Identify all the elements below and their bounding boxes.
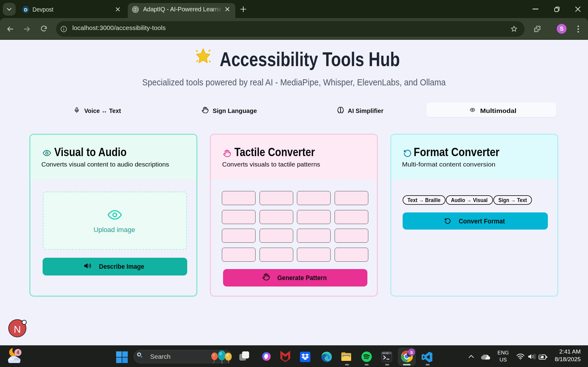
svg-text:D: D: [24, 7, 28, 12]
svg-text:S: S: [410, 350, 413, 355]
